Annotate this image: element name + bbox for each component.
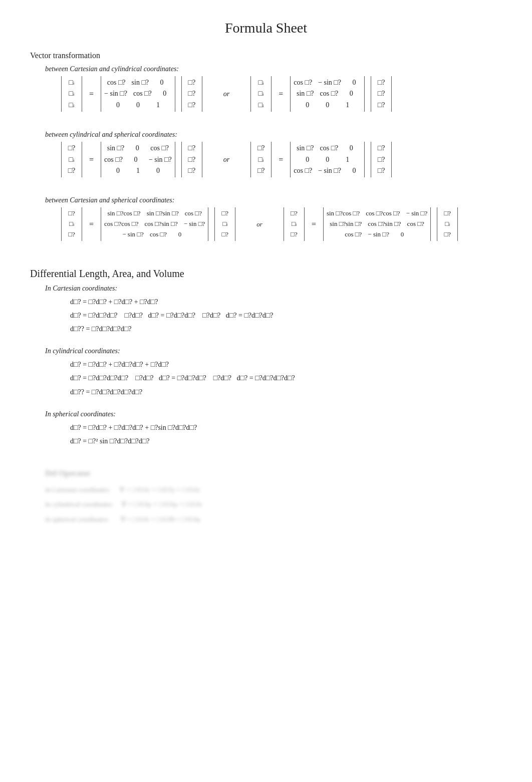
page-title: Formula Sheet [30,20,502,36]
matrix-group-2: □? □ᵢ □? = sin □? 0 cos □? cos □? 0 − si… [60,142,502,177]
formula-line-2: d□? = □?d□?d□? □?d□? d□? = □?d□?d□? □?d□… [70,309,502,322]
formula-spherical: d□? = □?d□? + □?d□?d□? + □?sin □?d□?d□? … [70,421,502,447]
formula-cyl-3: d□?? = □?d□?d□?d□?d□? [70,386,502,398]
or-1: or [223,90,229,98]
blurred-title: Del Operator [45,466,502,481]
subsection-cartesian-cylindrical: between Cartesian and cylindrical coordi… [45,65,502,73]
lhs-vec-1: □ᵢ □ᵢ □ᵢ [61,76,82,112]
subsection-cylindrical-spherical: between cylindrical and spherical coordi… [45,131,502,139]
formula-cartesian: d□? = □?d□? + □?d□? + □?d□? d□? = □?d□?d… [70,296,502,336]
formula-line-1: d□? = □?d□? + □?d□? + □?d□? [70,296,502,308]
matrix-expr-right-2: □? □ᵢ □? = sin □? cos □? 0 0 0 1 cos □? [249,142,393,177]
formula-sph-2: d□? = □?² sin □?d□?d□?d□? [70,435,502,447]
rhs-matrix-2: sin □? 0 cos □? cos □? 0 − sin □? 0 1 0 [101,142,175,177]
matrix-expr-right-3: □? □ᵢ □? = sin □?cos □? cos □?cos □? − s… [283,207,459,240]
differential-section: Differential Length, Area, and Volume In… [30,268,502,448]
lhs-vec-3: □? □ᵢ □? [61,207,82,240]
rhs-vec-1r: □? □? □? [371,76,392,112]
matrix-expr-right-1: □ᵢ □ᵢ □ᵢ = cos □? − sin □? 0 sin □? cos … [249,76,393,112]
or-3: or [256,220,262,228]
subsection-cartesian-diff: In Cartesian coordinates: [45,285,502,293]
rhs-vec-2r: □? □? □? [371,142,392,177]
section-title-vector: Vector transformation [30,51,502,60]
lhs-vec-3r: □? □ᵢ □? [284,207,305,240]
rhs-vec-1: □? □? □? [181,76,202,112]
rhs-matrix-3: sin □?cos □? sin □?sin □? cos □? cos □?c… [101,207,208,240]
formula-sph-1: d□? = □?d□? + □?d□?d□? + □?sin □?d□?d□? [70,421,502,434]
matrix-expr-left-1: □ᵢ □ᵢ □ᵢ = cos □? sin □? 0 − sin □? cos … [60,76,203,112]
rhs-matrix-3r: sin □?cos □? cos □?cos □? − sin □? sin □… [323,207,431,240]
rhs-matrix-2r: sin □? cos □? 0 0 0 1 cos □? − sin □? 0 [290,142,365,177]
subsection-cartesian-spherical: between Cartesian and spherical coordina… [45,196,502,204]
vector-transformation-section: Vector transformation between Cartesian … [30,51,502,241]
blurred-del-section: Del Operator In Cartesian coordinates: ∇… [45,466,502,525]
matrix-group-3: □? □ᵢ □? = sin □?cos □? sin □?sin □? cos… [60,207,502,240]
formula-cyl-2: d□? = □?d□?d□?d□? □?d□? d□? = □?d□?d□? □… [70,372,502,384]
rhs-vec-3r: □? □ᵢ □? [437,207,458,240]
section-title-differential: Differential Length, Area, and Volume [30,268,502,280]
subsection-cylindrical-diff: In cylindrical coordinates: [45,347,502,355]
matrix-group-1: □ᵢ □ᵢ □ᵢ = cos □? sin □? 0 − sin □? cos … [60,76,502,112]
formula-cylindrical: d□? = □?d□? + □?d□?d□? + □?d□? d□? = □?d… [70,358,502,398]
rhs-matrix-1: cos □? sin □? 0 − sin □? cos □? 0 0 0 1 [101,76,175,112]
lhs-vec-1r: □ᵢ □ᵢ □ᵢ [250,76,272,112]
blurred-line-1: In Cartesian coordinates: ∇ = □?∂/∂x + □… [45,484,502,495]
lhs-vec-2r: □? □ᵢ □? [250,142,272,177]
lhs-vec-2: □? □ᵢ □? [61,142,82,177]
or-2: or [223,156,229,164]
matrix-expr-left-3: □? □ᵢ □? = sin □?cos □? sin □?sin □? cos… [60,207,236,240]
matrix-expr-left-2: □? □ᵢ □? = sin □? 0 cos □? cos □? 0 − si… [60,142,203,177]
formula-cyl-1: d□? = □?d□? + □?d□?d□? + □?d□? [70,358,502,371]
subsection-spherical-diff: In spherical coordinates: [45,410,502,418]
blurred-line-3: In spherical coordinates: ∇ = □?∂/∂r + □… [45,513,502,525]
rhs-vec-2: □? □? □? [181,142,202,177]
rhs-matrix-1r: cos □? − sin □? 0 sin □? cos □? 0 0 0 1 [290,76,365,112]
blurred-line-2: In cylindrical coordinates: ∇ = □?∂/∂ρ +… [45,498,502,510]
rhs-vec-3: □? □ᵢ □? [214,207,235,240]
formula-line-3: d□?? = □?d□?d□?d□? [70,323,502,335]
